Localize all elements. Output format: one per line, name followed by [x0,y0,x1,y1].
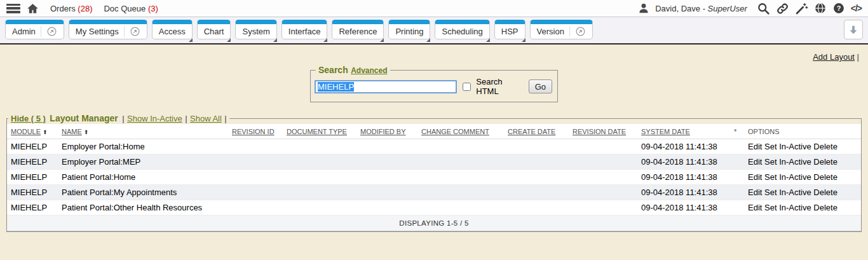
tab-admin[interactable]: Admin [5,20,64,39]
add-layout-link[interactable]: Add Layout [813,52,855,62]
search-html-checkbox[interactable] [463,83,471,91]
go-button[interactable]: Go [529,79,552,93]
tab-hsp[interactable]: HSP [494,20,526,39]
add-layout-row: Add Layout | [0,44,868,62]
menu-icon[interactable] [6,4,20,13]
nav-doc-queue[interactable]: Doc Queue (3) [104,4,158,13]
layout-manager-title: Layout Manager [50,113,118,123]
delete-link[interactable]: Delete [813,172,837,182]
delete-link[interactable]: Delete [813,203,837,212]
tab-label: Admin [12,27,36,36]
search-input[interactable]: MIEHELP [315,80,457,93]
collapse-toolbar-button[interactable] [844,20,863,39]
cell-revision-date [569,139,637,154]
col-revision-date[interactable]: REVISION DATE [569,124,637,139]
edit-link[interactable]: Edit [748,172,762,182]
col-module[interactable]: MODULE⬆ [7,124,58,139]
table-row: MIEHELP Patient Portal:My Appointments 0… [7,185,861,200]
tab-my-settings[interactable]: My Settings [69,20,147,39]
col-document-type[interactable]: DOCUMENT TYPE [283,124,356,139]
cell-name: Patient Portal:Other Health Resources [58,200,228,216]
separator: | [857,52,859,62]
tab-interface[interactable]: Interface [281,20,328,39]
search-legend: Search Advanced [316,64,390,76]
cell-name: Employer Portal:MEP [58,154,228,170]
set-inactive-link[interactable]: Set In-Active [764,172,811,182]
edit-link[interactable]: Edit [748,142,762,151]
tab-chart[interactable]: Chart [197,20,231,39]
cell-modified-by [356,139,417,154]
show-inactive-link[interactable]: Show In-Active [127,114,182,123]
cell-options: Edit Set In-Active Delete [744,154,861,170]
show-all-link[interactable]: Show All [190,114,222,123]
dropdown-corner-icon [486,38,490,42]
cell-module: MIEHELP [7,185,58,200]
link-icon[interactable] [776,2,789,15]
cell-module: MIEHELP [7,170,58,185]
jump-icon[interactable] [41,26,57,37]
code-icon[interactable]: </> [851,3,862,13]
col-create-date[interactable]: CREATE DATE [504,124,569,139]
search-panel: Search Advanced MIEHELP Search HTML Go [310,64,558,102]
cell-system-date: 09-04-2018 11:41:38 [637,185,730,200]
hide-link[interactable]: Hide ( 5 ) [11,114,46,123]
top-bar: Orders (28) Doc Queue (3) David, Dave - … [0,0,868,17]
col-options: OPTIONS [744,124,861,139]
globe-icon[interactable] [814,2,827,15]
delete-link[interactable]: Delete [813,157,837,167]
layout-manager-legend: Hide ( 5 ) Layout Manager | Show In-Acti… [8,113,229,124]
cell-name: Patient Portal:My Appointments [58,185,228,200]
cell-module: MIEHELP [7,139,58,154]
edit-link[interactable]: Edit [748,157,762,167]
cell-create-date [504,154,569,170]
delete-link[interactable]: Delete [813,188,837,197]
tab-label: HSP [501,27,519,36]
tab-scheduling[interactable]: Scheduling [435,20,489,39]
layout-manager-table: MODULE⬆ NAME⬆ REVISION ID DOCUMENT TYPE … [7,124,861,231]
cell-change-comment [417,154,504,170]
user-icon [638,3,649,14]
edit-link[interactable]: Edit [748,188,762,197]
table-footer-row: DISPLAYING 1-5 / 5 [7,216,861,231]
col-system-date[interactable]: SYSTEM DATE [637,124,730,139]
cell-revision-id [228,154,283,170]
advanced-search-link[interactable]: Advanced [351,66,387,75]
table-row: MIEHELP Patient Portal:Home 09-04-2018 1… [7,170,861,185]
tab-system[interactable]: System [235,20,276,39]
separator: | [224,114,226,123]
cell-modified-by [356,200,417,216]
search-html-label[interactable]: Search HTML [476,77,523,96]
set-inactive-link[interactable]: Set In-Active [764,142,811,151]
tab-access[interactable]: Access [152,20,193,39]
cell-document-type [283,200,356,216]
search-title: Search [318,65,348,75]
dropdown-corner-icon [189,38,193,42]
tab-printing[interactable]: Printing [388,20,430,39]
cell-change-comment [417,185,504,200]
tab-label: Scheduling [442,27,482,36]
col-name[interactable]: NAME⬆ [58,124,228,139]
wand-icon[interactable] [795,2,808,15]
col-change-comment[interactable]: CHANGE COMMENT [417,124,504,139]
cell-revision-date [569,185,637,200]
jump-icon[interactable] [124,26,140,37]
set-inactive-link[interactable]: Set In-Active [764,188,811,197]
search-icon[interactable] [757,2,770,15]
col-revision-id[interactable]: REVISION ID [228,124,283,139]
help-icon[interactable]: ? [832,2,845,15]
col-modified-by[interactable]: MODIFIED BY [356,124,417,139]
delete-link[interactable]: Delete [813,142,837,151]
tab-label: Access [159,27,186,36]
cell-revision-id [228,139,283,154]
cell-options: Edit Set In-Active Delete [744,170,861,185]
tab-reference[interactable]: Reference [332,20,384,39]
edit-link[interactable]: Edit [748,203,762,212]
set-inactive-link[interactable]: Set In-Active [764,203,811,212]
tab-version[interactable]: Version [530,20,593,39]
dropdown-corner-icon [273,38,277,42]
home-icon[interactable] [27,3,39,15]
cell-star [730,200,744,216]
set-inactive-link[interactable]: Set In-Active [764,157,811,167]
jump-icon[interactable] [569,26,586,37]
nav-orders[interactable]: Orders (28) [50,4,92,13]
